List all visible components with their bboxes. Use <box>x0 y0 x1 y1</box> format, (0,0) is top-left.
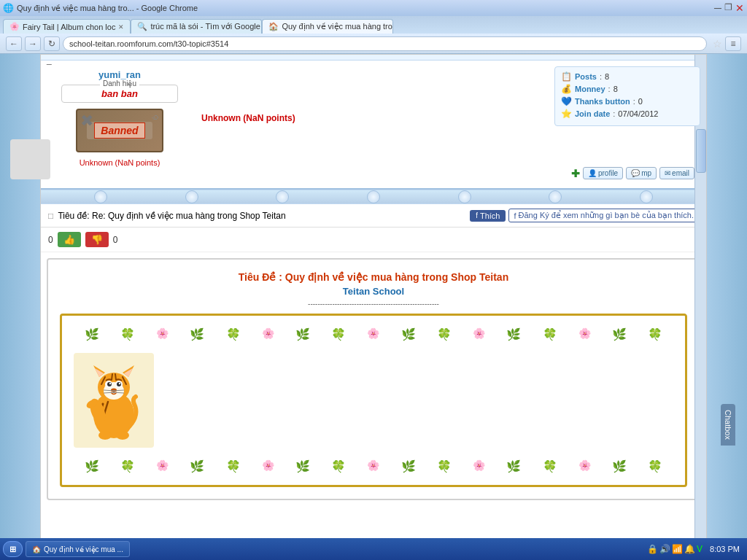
money-label: Monney <box>575 85 605 93</box>
tab-label-3: Quy định về việc mua hàng tro... <box>282 22 393 31</box>
vote-down-button[interactable]: 👎 <box>85 232 109 247</box>
vote-bar: 0 👍 👎 0 <box>41 228 706 252</box>
close-btn[interactable]: ✕ <box>735 2 744 14</box>
flower-b3: 🌸 <box>156 459 169 473</box>
svg-point-12 <box>117 382 121 386</box>
flower-b9: 🌸 <box>367 459 379 473</box>
flower-b6: 🌸 <box>262 459 274 473</box>
flower-8: 🍀 <box>331 327 346 341</box>
refresh-button[interactable]: ↻ <box>44 36 60 51</box>
flower-11: 🍀 <box>437 327 452 341</box>
mp-icon: 💬 <box>631 169 640 177</box>
separator-bar <box>41 190 706 204</box>
flower-b7: 🌿 <box>295 459 310 473</box>
danh-hieu-label: Danh hiệu <box>100 79 139 88</box>
profile-button[interactable]: 👤 profile <box>583 167 623 179</box>
flower-row-top: 🌿 🍀 🌸 🌿 🍀 🌸 🌿 🍀 🌸 🌿 🍀 🌸 🌿 🍀 🌸 🌿 <box>74 327 673 341</box>
posts-value: 8 <box>605 72 609 81</box>
danh-hieu-value: ban ban <box>101 88 138 99</box>
flower-12: 🌸 <box>473 327 485 341</box>
swirl-icon: ꩜ <box>150 112 160 123</box>
flower-17: 🍀 <box>648 327 662 341</box>
windows-icon: ⊞ <box>9 545 16 554</box>
svg-point-14 <box>119 383 120 384</box>
flower-6: 🌸 <box>262 327 274 341</box>
system-clock: 8:03 PM <box>705 545 744 553</box>
banned-badge: ✖ Banned ꩜ <box>76 109 163 152</box>
profile-label: profile <box>598 169 618 177</box>
bookmark-star[interactable]: ☆ <box>713 38 722 50</box>
mp-button[interactable]: 💬 mp <box>626 167 657 179</box>
flower-15: 🌸 <box>578 327 591 341</box>
flower-b5: 🍀 <box>226 459 241 473</box>
taskbar-item-label: Quy định về việc mua ... <box>44 545 123 553</box>
svg-point-11 <box>107 382 112 386</box>
back-button[interactable]: ← <box>6 36 22 51</box>
avatar <box>10 139 50 179</box>
tab-label-2: trúc mã là sói - Tìm với Google <box>150 22 260 31</box>
money-stat: 💰 Monney : 8 <box>561 84 694 94</box>
flower-13: 🌿 <box>506 327 521 341</box>
tiger-svg <box>77 357 150 444</box>
start-button[interactable]: ⊞ <box>3 541 23 557</box>
forum-post-box: Tiêu Đề : Quy định về việc mua hàng tron… <box>47 258 700 500</box>
tiger-image <box>74 353 154 448</box>
url-text: school-teitan.roomforum.com/t30-topic#35… <box>69 39 228 48</box>
floral-border: 🌿 🍀 🌸 🌿 🍀 🌸 🌿 🍀 🌸 🌿 🍀 🌸 🌿 🍀 🌸 🌿 <box>60 314 687 487</box>
facebook-signup-button[interactable]: f Đăng Ký để xem những gì bạn bè của bạn… <box>508 209 699 222</box>
join-value: 07/04/2012 <box>618 109 658 118</box>
post-content-area: 📋 Posts : 8 💰 Monney : 8 💙 Thanks button <box>193 66 700 182</box>
thanks-stat: 💙 Thanks button : 0 <box>561 96 694 106</box>
flower-9: 🌸 <box>367 327 379 341</box>
flower-b14: 🍀 <box>543 459 557 473</box>
tab-close-1[interactable]: ✕ <box>118 23 124 31</box>
svg-point-27 <box>98 431 112 440</box>
sep-circle-7 <box>640 190 653 203</box>
flower-5: 🍀 <box>226 327 241 341</box>
svg-line-23 <box>112 374 112 380</box>
flower-b10: 🌿 <box>401 459 416 473</box>
tab-icon-3: 🏠 <box>268 22 279 31</box>
notif-icon-3: 📶 <box>672 544 683 554</box>
forum-container: _ yumi_ran Danh hiệu ban ban ✖ Banned <box>40 54 707 560</box>
sep-circle-5 <box>458 190 471 203</box>
join-label: Join date <box>575 109 610 118</box>
school-name: Teitan School <box>60 286 687 297</box>
facebook-like-button[interactable]: f Thích <box>470 210 506 222</box>
flower-4: 🌿 <box>190 327 204 341</box>
forward-button[interactable]: → <box>25 36 41 51</box>
money-icon: 💰 <box>561 84 572 94</box>
address-bar[interactable]: school-teitan.roomforum.com/t30-topic#35… <box>63 36 707 51</box>
email-icon: ✉ <box>665 169 670 177</box>
sep-circle-6 <box>549 190 562 203</box>
post-header-title: Tiêu Đề : Quy định về việc mua hàng tron… <box>60 271 687 283</box>
notif-icon-4: 🔔 <box>684 544 695 554</box>
tab-google[interactable]: 🔍 trúc mã là sói - Tìm với Google ✕ <box>131 19 262 34</box>
tab-forum[interactable]: 🏠 Quy định về việc mua hàng tro... ✕ <box>262 19 393 34</box>
flower-b4: 🌿 <box>190 459 204 473</box>
sep-circle-1 <box>94 190 107 203</box>
chatbox-button[interactable]: Chatbox <box>721 404 735 446</box>
taskbar: ⊞ 🏠 Quy định về việc mua ... 🔒 🔊 📶 🔔 V 8… <box>0 538 747 560</box>
tab-bar: 🌸 Fairy Tail | Album chon loc ✕ 🔍 trúc m… <box>0 16 747 34</box>
flower-2: 🍀 <box>120 327 135 341</box>
taskbar-item-icon: 🏠 <box>32 545 41 553</box>
money-value: 8 <box>614 85 618 93</box>
maximize-btn[interactable]: ❐ <box>724 2 732 14</box>
post-title-text: Re: Quy định về việc mua hàng trong Shop… <box>92 211 286 221</box>
notif-icon-1: 🔒 <box>647 544 658 554</box>
vote-up-button[interactable]: 👍 <box>58 232 81 247</box>
tab-icon-2: 🔍 <box>137 22 147 31</box>
notif-icon-2: 🔊 <box>659 544 670 554</box>
tab-fairy-tail[interactable]: 🌸 Fairy Tail | Album chon loc ✕ <box>3 19 131 34</box>
minimize-btn[interactable]: ─ <box>714 2 721 14</box>
email-button[interactable]: ✉ email <box>659 167 694 179</box>
settings-button[interactable]: ≡ <box>725 36 741 51</box>
tiger-area <box>74 347 673 454</box>
taskbar-forum-item[interactable]: 🏠 Quy định về việc mua ... <box>26 541 130 557</box>
profile-icon: 👤 <box>588 169 597 177</box>
flower-7: 🌿 <box>295 327 310 341</box>
like-label: Thích <box>480 211 500 220</box>
post-title-prefix: Tiêu đề: <box>58 211 89 221</box>
user-panel: yumi_ran Danh hiệu ban ban ✖ Banned ꩜ Un… <box>47 66 193 182</box>
